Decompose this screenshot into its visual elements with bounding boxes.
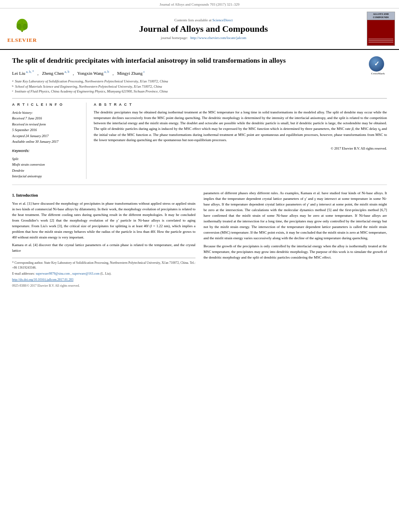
- available-online-date: Available online 30 January 2017: [12, 139, 81, 144]
- article-body: The split of dendritic precipitates with…: [0, 50, 399, 296]
- email-2-link[interactable]: superware@163.com: [72, 272, 100, 275]
- email-tail: (L. Liu).: [101, 272, 111, 275]
- affiliation-1-text: State Key Laboratory of Solidification P…: [15, 79, 168, 84]
- body-para-3: parameters of different phases obey diff…: [204, 191, 387, 241]
- author-2: Zheng Chen: [42, 71, 64, 76]
- elsevier-logo: ELSEVIER: [4, 14, 40, 43]
- doi-link[interactable]: http://dx.doi.org/10.1016/j.jallcom.2017…: [12, 278, 74, 281]
- introduction-heading: 1. Introduction: [12, 192, 195, 199]
- article-info-label: A R T I C L E I N F O: [12, 103, 81, 107]
- keywords-label: Keywords:: [12, 149, 81, 153]
- journal-reference-bar: Journal of Alloys and Compounds 703 (201…: [0, 0, 399, 8]
- revised-date: 5 September 2016: [12, 127, 81, 133]
- info-abstract-section: A R T I C L E I N F O Article history: R…: [12, 98, 387, 179]
- body-column-1: 1. Introduction Yoo et al. [1] have disc…: [12, 191, 195, 290]
- affiliation-3-text: Institute of Fluid Physics, China Academ…: [15, 89, 168, 94]
- author-1: Lei Liu: [12, 71, 25, 76]
- elsevier-tree-icon: [12, 18, 32, 33]
- author-1-sup: a, b, *: [25, 70, 34, 74]
- issn-text: 0925-8388/© 2017 Elsevier B.V. All right…: [12, 284, 80, 288]
- author-4-sup: c: [142, 70, 145, 74]
- contents-available-text: Contents lists available at ScienceDirec…: [44, 18, 363, 22]
- elsevier-brand-text: ELSEVIER: [7, 37, 37, 43]
- keyword-2: Misfit strain conversion: [12, 162, 81, 167]
- email-note: E-mail addresses: superware9879@sina.com…: [12, 271, 195, 276]
- abstract-text: The dendritic precipitates may be obtain…: [94, 110, 387, 143]
- crossmark-label: CrossMark: [369, 72, 387, 76]
- sciencedirect-link[interactable]: ScienceDirect: [212, 18, 232, 22]
- author-3-sup: a, b: [103, 70, 109, 74]
- keyword-4: Interfacial anisotropy: [12, 173, 81, 179]
- keywords-block: Keywords: Split Misfit strain conversion…: [12, 149, 81, 179]
- received-date: Received 7 June 2016: [12, 115, 81, 121]
- affiliation-2: b School of Materials Science and Engine…: [12, 84, 387, 89]
- homepage-line: journal homepage: http://www.elsevier.co…: [44, 36, 363, 40]
- corresponding-author-note: * Corresponding author. State Key Labora…: [12, 261, 195, 270]
- email-1-link[interactable]: superware9879@sina.com: [36, 272, 70, 275]
- footer-notes: * Corresponding author. State Key Labora…: [12, 258, 195, 288]
- body-content-section: 1. Introduction Yoo et al. [1] have disc…: [12, 191, 387, 290]
- journal-cover-image: ALLOYS AND COMPOUNDS: [367, 12, 395, 46]
- article-title-text: The split of dendritic precipitates with…: [12, 57, 286, 64]
- accepted-date: Accepted 24 January 2017: [12, 133, 81, 139]
- body-para-2: Kamara et al. [4] discover that the crys…: [12, 242, 195, 254]
- elsevier-logo-image: [6, 14, 38, 36]
- affiliation-2-text: School of Materials Science and Engineer…: [15, 84, 162, 89]
- svg-point-3: [23, 23, 28, 29]
- body-para-4: Because the growth of the precipitates i…: [204, 244, 387, 261]
- copyright-line: © 2017 Elsevier B.V. All rights reserved…: [94, 146, 387, 150]
- affiliation-3: c Institute of Fluid Physics, China Acad…: [12, 89, 387, 94]
- journal-title-block: Contents lists available at ScienceDirec…: [44, 18, 363, 40]
- issn-line: 0925-8388/© 2017 Elsevier B.V. All right…: [12, 283, 195, 288]
- doi-line: http://dx.doi.org/10.1016/j.jallcom.2017…: [12, 277, 195, 282]
- author-3: Yongxin Wang: [77, 71, 103, 76]
- journal-ref-text: Journal of Alloys and Compounds 703 (201…: [160, 2, 240, 6]
- affiliations-block: a State Key Laboratory of Solidification…: [12, 79, 387, 94]
- article-title: The split of dendritic precipitates with…: [12, 56, 387, 65]
- email-label: E-mail addresses:: [12, 272, 36, 275]
- homepage-link[interactable]: http://www.elsevier.com/locate/jalcom: [190, 36, 246, 40]
- cover-top-label: ALLOYS AND COMPOUNDS: [367, 12, 395, 20]
- svg-point-2: [16, 23, 22, 29]
- author-2-sup: a, b: [64, 70, 70, 74]
- keyword-1: Split: [12, 156, 81, 162]
- affiliation-1: a State Key Laboratory of Solidification…: [12, 79, 387, 84]
- abstract-label: A B S T R A C T: [94, 103, 387, 107]
- history-label: Article history:: [12, 110, 81, 115]
- author-4: Mingyi Zhang: [117, 71, 142, 76]
- journal-header: ELSEVIER Contents lists available at Sci…: [0, 8, 399, 50]
- section-divider: [12, 185, 387, 185]
- article-info-column: A R T I C L E I N F O Article history: R…: [12, 103, 86, 179]
- cover-decorative-lines: [368, 39, 393, 43]
- journal-name-heading: Journal of Alloys and Compounds: [44, 24, 363, 34]
- authors-line: Lei Liu a, b, * , Zheng Chen a, b , Yong…: [12, 70, 387, 76]
- crossmark-circle-icon: ✓: [369, 56, 384, 72]
- corresponding-note-text: * Corresponding author. State Key Labora…: [12, 261, 195, 269]
- article-history-block: Article history: Received 7 June 2016 Re…: [12, 110, 81, 145]
- abstract-column: A B S T R A C T The dendritic precipitat…: [94, 103, 387, 179]
- crossmark-badge: ✓ CrossMark: [369, 56, 387, 74]
- keyword-3: Dendrite: [12, 168, 81, 173]
- body-para-1: Yoo et al. [1] have discussed the morpho…: [12, 201, 195, 240]
- received-revised-label: Received in revised form: [12, 121, 81, 127]
- page-container: Journal of Alloys and Compounds 703 (201…: [0, 0, 399, 296]
- body-column-2: parameters of different phases obey diff…: [204, 191, 387, 290]
